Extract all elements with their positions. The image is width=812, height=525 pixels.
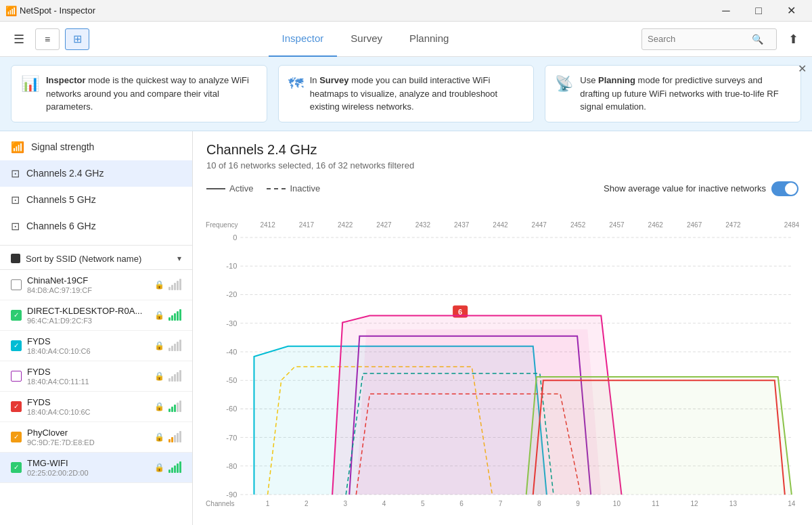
network-signal-6: 🔒 (154, 431, 181, 442)
channels-24-label: Channels 2.4 GHz (26, 168, 104, 179)
network-signal-7: 🔒 (154, 461, 181, 473)
network-checkbox-2[interactable]: ✓ (11, 310, 22, 321)
sidebar: 📶 Signal strength ⊡ Channels 2.4 GHz ⊡ C… (0, 131, 193, 526)
close-button[interactable]: ✕ (775, 0, 807, 22)
sidebar-item-channels-5[interactable]: ⊡ Channels 5 GHz (0, 187, 192, 213)
network-checkbox-4[interactable] (11, 371, 22, 382)
svg-text:4: 4 (382, 500, 386, 507)
svg-text:-80: -80 (226, 461, 237, 470)
sidebar-item-signal-strength[interactable]: 📶 Signal strength (0, 134, 192, 160)
bar (174, 405, 176, 412)
svg-text:-30: -30 (226, 319, 237, 327)
minimize-button[interactable]: ─ (710, 0, 742, 22)
search-input[interactable] (648, 34, 749, 44)
lock-icon-2: 🔒 (154, 311, 164, 320)
survey-card-icon: 🗺 (288, 75, 303, 93)
window-controls: ─ □ ✕ (710, 0, 807, 22)
network-checkbox-3[interactable]: ✓ (11, 340, 22, 351)
toolbar: ☰ ≡ ⊞ Inspector Survey Planning 🔍 ⬆ (0, 22, 812, 57)
bar (168, 439, 171, 442)
network-info-6: PhyClover 9C:9D:7E:7D:E8:ED (27, 428, 149, 447)
chart-svg-container: 0 -10 -20 -30 -40 -50 -60 -70 -80 -90 Fr… (193, 202, 812, 526)
svg-text:9: 9 (576, 500, 580, 507)
svg-text:2427: 2427 (376, 221, 392, 228)
bar (168, 317, 171, 321)
legend-active-label: Active (229, 183, 253, 193)
network-item[interactable]: ChinaNet-19CF 84:D8:AC:97:19:CF 🔒 (0, 270, 192, 300)
network-item[interactable]: ✓ PhyClover 9C:9D:7E:7D:E8:ED 🔒 (0, 422, 192, 453)
banner-close-button[interactable]: ✕ (798, 62, 807, 75)
inactive-toggle[interactable] (771, 181, 798, 196)
card-view-button[interactable]: ⊞ (65, 28, 89, 50)
network-ssid-1: ChinaNet-19CF (27, 275, 149, 286)
network-mac-5: 18:40:A4:C0:10:6C (27, 408, 149, 416)
lock-icon-4: 🔒 (154, 371, 164, 381)
svg-text:2462: 2462 (648, 221, 664, 228)
bar (171, 376, 173, 382)
network-item[interactable]: ✓ TMG-WIFI 02:25:02:00:2D:00 🔒 (0, 453, 192, 483)
bar (168, 378, 171, 382)
menu-button[interactable]: ☰ (8, 28, 30, 50)
network-checkbox-1[interactable] (11, 279, 22, 290)
bar (177, 403, 179, 412)
svg-text:2432: 2432 (415, 221, 431, 228)
maximize-button[interactable]: □ (743, 0, 774, 22)
tab-planning[interactable]: Planning (396, 22, 462, 57)
signal-bars-4 (168, 370, 181, 382)
sidebar-item-channels-6[interactable]: ⊡ Channels 6 GHz (0, 213, 192, 239)
signal-bars-1 (168, 279, 181, 290)
bar (171, 407, 173, 412)
share-button[interactable]: ⬆ (782, 28, 804, 50)
nav-tabs: Inspector Survey Planning (269, 22, 463, 57)
bar (177, 281, 179, 290)
channels-24-icon: ⊡ (11, 167, 20, 180)
sort-row: Sort by SSID (Network name) ▾ (0, 248, 192, 270)
network-checkbox-5[interactable]: ✓ (11, 401, 22, 412)
network-ssid-4: FYDS (27, 367, 149, 377)
network-checkbox-7[interactable]: ✓ (11, 462, 22, 473)
chart-area: Channels 2.4 GHz 10 of 16 networks selec… (193, 131, 812, 526)
network-checkbox-6[interactable]: ✓ (11, 432, 22, 442)
svg-text:2447: 2447 (532, 221, 547, 228)
legend-active: Active (206, 183, 253, 193)
svg-text:2422: 2422 (338, 221, 353, 228)
channels-6-label: Channels 6 GHz (26, 221, 96, 231)
bar (174, 374, 176, 382)
svg-text:-20: -20 (226, 290, 237, 298)
tab-survey[interactable]: Survey (337, 22, 396, 57)
lock-icon-5: 🔒 (154, 402, 164, 411)
svg-text:-40: -40 (226, 347, 237, 355)
legend-active-line (206, 188, 225, 189)
signal-bars-2 (168, 309, 181, 321)
network-item[interactable]: ✓ FYDS 18:40:A4:C0:10:6C 🔒 (0, 392, 192, 422)
svg-text:2: 2 (304, 500, 309, 507)
signal-bars-5 (168, 401, 181, 412)
svg-text:2457: 2457 (609, 221, 625, 228)
bar (177, 342, 179, 351)
network-item[interactable]: ✓ DIRECT-KLDESKTOP-R0A... 96:4C:A1:D9:2C… (0, 300, 192, 331)
bar (171, 285, 173, 290)
signal-strength-icon: 📶 (11, 141, 24, 154)
network-item[interactable]: FYDS 18:40:A4:C0:11:11 🔒 (0, 361, 192, 392)
network-ssid-6: PhyClover (27, 428, 149, 438)
network-signal-1: 🔒 (154, 279, 181, 290)
survey-card-text: In Survey mode you can build interactive… (310, 74, 524, 114)
svg-text:5: 5 (421, 500, 425, 507)
network-signal-2: 🔒 (154, 309, 181, 321)
sidebar-item-channels-24[interactable]: ⊡ Channels 2.4 GHz (0, 160, 192, 187)
main-layout: 📶 Signal strength ⊡ Channels 2.4 GHz ⊡ C… (0, 131, 812, 526)
network-item[interactable]: ✓ FYDS 18:40:A4:C0:10:C6 🔒 (0, 331, 192, 361)
chart-header: Channels 2.4 GHz 10 of 16 networks selec… (193, 131, 812, 176)
sort-dropdown-icon[interactable]: ▾ (177, 254, 181, 263)
svg-text:-70: -70 (226, 433, 237, 441)
list-view-button[interactable]: ≡ (35, 28, 60, 50)
titlebar-title: NetSpot - Inspector (20, 5, 95, 16)
bar (179, 340, 181, 351)
chart-title: Channels 2.4 GHz (206, 142, 798, 158)
bar (179, 401, 181, 412)
svg-text:Frequency: Frequency (206, 221, 238, 228)
svg-text:1: 1 (266, 500, 270, 507)
tab-inspector[interactable]: Inspector (269, 22, 338, 57)
lock-icon-7: 🔒 (154, 463, 164, 472)
network-info-5: FYDS 18:40:A4:C0:10:6C (27, 397, 149, 416)
